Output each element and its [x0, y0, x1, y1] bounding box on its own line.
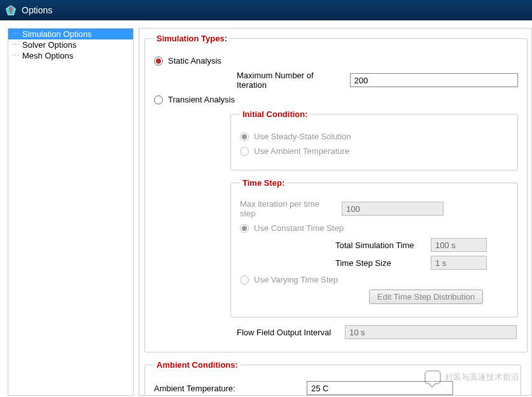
time-step-group: Time Step: Max iteration per time step U…: [230, 178, 518, 317]
use-constant-timestep-radio: Use Constant Time Step: [240, 223, 508, 233]
max-iteration-row: Maximum Number of Iteration: [154, 71, 518, 90]
step-size-label: Time Step Size: [335, 258, 424, 268]
simulation-types-legend: Simulation Types:: [154, 34, 230, 43]
sidebar-item-label: Simulation Options: [22, 29, 92, 39]
radio-dot-icon: [240, 132, 249, 141]
time-step-legend: Time Step:: [240, 178, 287, 188]
sidebar-item-simulation-options[interactable]: ⋯ Simulation Options: [8, 29, 133, 39]
transient-analysis-label: Transient Analysis: [168, 95, 235, 104]
flow-output-row: Flow Field Output Interval: [154, 325, 518, 339]
radio-dot-icon: [240, 275, 249, 284]
use-ambient-temp-label: Use Ambient Temperature: [254, 146, 349, 156]
radio-dot-icon: [154, 57, 163, 66]
initial-condition-legend: Initial Condition:: [240, 109, 311, 119]
sidebar-item-label: Solver Options: [22, 40, 76, 50]
tree-branch-icon: ⋯: [11, 41, 20, 49]
sidebar-item-solver-options[interactable]: ⋯ Solver Options: [8, 39, 133, 50]
flow-output-label: Flow Field Output Interval: [237, 328, 339, 337]
ambient-temp-row: Ambient Temperature:: [154, 381, 512, 395]
static-analysis-label: Static Analysis: [168, 56, 221, 66]
ambient-conditions-legend: Ambient Conditions:: [154, 360, 241, 370]
static-analysis-radio[interactable]: Static Analysis: [154, 56, 518, 66]
edit-time-step-dist-button: Edit Time Step Distribution: [369, 289, 483, 304]
radio-dot-icon: [154, 95, 163, 104]
edit-dist-row: Edit Time Step Distribution: [240, 289, 508, 304]
ambient-temp-input[interactable]: [307, 381, 453, 395]
sidebar: ⋯ Simulation Options ⋯ Solver Options ⋯ …: [8, 28, 134, 396]
max-iteration-input[interactable]: [350, 73, 518, 87]
total-sim-time-row: Total Simulation Time: [240, 238, 508, 252]
flow-output-input: [345, 325, 517, 339]
app-icon: [5, 4, 17, 16]
max-iter-per-step-row: Max iteration per time step: [240, 199, 508, 218]
radio-dot-icon: [240, 224, 249, 233]
total-sim-time-label: Total Simulation Time: [335, 240, 424, 250]
tree-branch-icon: ⋯: [11, 30, 20, 38]
initial-condition-group: Initial Condition: Use Steady-State Solu…: [230, 109, 518, 171]
tree-branch-icon: ⋯: [11, 52, 20, 60]
titlebar: Options: [0, 0, 532, 20]
main-panel: Simulation Types: Static Analysis Maximu…: [139, 28, 532, 396]
ambient-conditions-group: Ambient Conditions: Ambient Temperature:…: [144, 360, 521, 396]
use-constant-timestep-label: Use Constant Time Step: [254, 223, 344, 233]
transient-analysis-radio[interactable]: Transient Analysis: [154, 95, 518, 104]
window-title: Options: [22, 5, 52, 15]
simulation-types-group: Simulation Types: Static Analysis Maximu…: [144, 34, 528, 352]
max-iter-per-step-input: [342, 202, 444, 216]
use-steady-state-radio: Use Steady-State Solution: [240, 132, 508, 141]
max-iteration-label: Maximum Number of Iteration: [237, 71, 344, 90]
use-steady-state-label: Use Steady-State Solution: [254, 132, 351, 141]
radio-dot-icon: [240, 147, 249, 156]
step-size-row: Time Step Size: [240, 256, 508, 270]
sidebar-item-mesh-options[interactable]: ⋯ Mesh Options: [8, 50, 133, 61]
options-tree: ⋯ Simulation Options ⋯ Solver Options ⋯ …: [8, 29, 133, 61]
step-size-input: [431, 256, 487, 270]
max-iter-per-step-label: Max iteration per time step: [240, 199, 335, 218]
use-varying-timestep-radio: Use Varying Time Step: [240, 275, 508, 284]
use-ambient-temp-radio: Use Ambient Temperature: [240, 146, 508, 156]
total-sim-time-input: [431, 238, 487, 252]
ambient-temp-label: Ambient Temperature:: [154, 384, 300, 393]
sidebar-item-label: Mesh Options: [22, 51, 73, 60]
use-varying-timestep-label: Use Varying Time Step: [254, 275, 338, 284]
